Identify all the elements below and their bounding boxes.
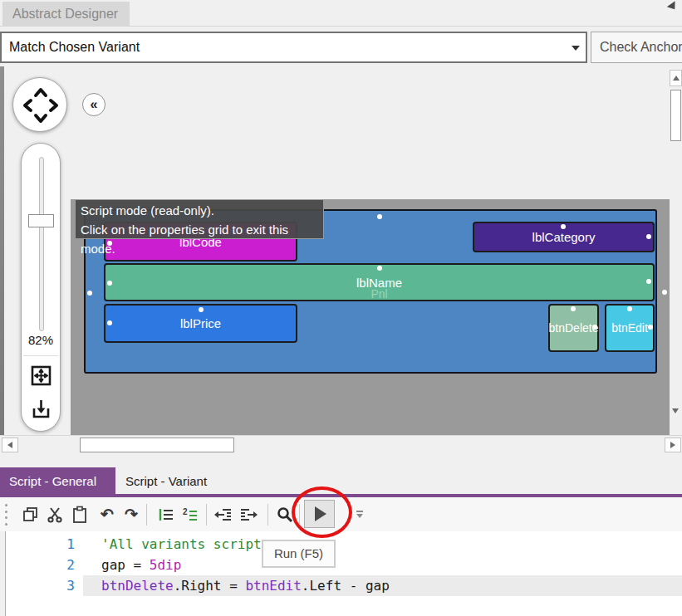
script-toolbar: ↶ ↷ 2 — [0, 497, 682, 531]
check-anchors-button[interactable]: Check Anchors — [591, 32, 682, 63]
selection-handle[interactable] — [592, 325, 597, 330]
paste-button[interactable] — [70, 505, 90, 525]
import-icon — [30, 398, 52, 420]
selection-handle[interactable] — [662, 290, 667, 295]
uncomment-icon: 2 — [181, 506, 199, 524]
outdent-icon — [213, 506, 233, 524]
script-mode-tooltip: Script mode (read-only). Click on the pr… — [75, 199, 324, 239]
variant-combobox-value: Match Chosen Variant — [9, 40, 140, 54]
view-label: btnEdit — [611, 321, 648, 335]
import-layout-button[interactable] — [30, 398, 52, 420]
code-line[interactable]: 2gap = 5dip — [0, 555, 682, 575]
cut-icon — [46, 506, 64, 524]
code-line[interactable]: 3btnDelete.Right = btnEdit.Left - gap — [0, 575, 682, 596]
copy-icon — [22, 506, 40, 524]
copy-button[interactable] — [21, 505, 41, 525]
tab-script-general[interactable]: Script - General — [0, 467, 115, 495]
view-label: lblCategory — [532, 230, 596, 244]
zoom-slider-track[interactable] — [39, 157, 44, 331]
variant-combobox[interactable]: Match Chosen Variant — [0, 32, 587, 63]
divider — [206, 504, 207, 526]
top-tab-strip: Abstract Designer — [0, 0, 682, 27]
scroll-left-button[interactable] — [2, 438, 18, 452]
tab-abstract-designer[interactable]: Abstract Designer — [2, 2, 130, 27]
left-splitter[interactable] — [0, 66, 4, 435]
pan-arrows-icon — [13, 78, 68, 133]
designer-area: « 82% — [0, 66, 682, 435]
zoom-slider-thumb[interactable] — [28, 214, 54, 227]
script-editor[interactable]: 1'All variants script2gap = 5dip3btnDele… — [0, 531, 682, 616]
tab-script-variant[interactable]: Script - Variant — [115, 467, 240, 495]
scroll-down-button[interactable] — [672, 413, 679, 428]
svg-text:2: 2 — [183, 507, 188, 516]
scroll-up-button[interactable] — [670, 70, 682, 86]
horizontal-scrollbar[interactable] — [0, 435, 682, 453]
code-text: gap = 5dip — [83, 555, 682, 575]
overflow-bar-icon — [356, 511, 363, 512]
uncomment-button[interactable]: 2 — [180, 505, 200, 525]
toolbar-overflow-button[interactable] — [356, 511, 364, 518]
play-icon — [315, 506, 326, 521]
redo-button[interactable]: ↷ — [121, 505, 141, 525]
divider — [146, 504, 147, 526]
selection-handle[interactable] — [107, 281, 112, 286]
triangle-left-icon — [7, 442, 12, 448]
selection-handle[interactable] — [377, 214, 382, 219]
selection-handle[interactable] — [646, 279, 651, 284]
line-number: 3 — [0, 575, 83, 596]
vertical-scrollbar-thumb[interactable] — [670, 90, 681, 141]
indent-icon — [239, 506, 259, 524]
toolbar-grip[interactable] — [5, 504, 8, 526]
fit-icon — [30, 364, 52, 387]
divider — [267, 504, 268, 526]
code-text: btnDelete.Right = btnEdit.Left - gap — [83, 575, 682, 596]
divider — [23, 355, 58, 356]
pan-control[interactable] — [12, 77, 67, 132]
indent-button[interactable] — [239, 505, 259, 525]
cut-button[interactable] — [45, 505, 65, 525]
scroll-right-button[interactable] — [665, 438, 681, 452]
view-label: lblPrice — [180, 316, 221, 330]
chevron-down-icon[interactable] — [572, 46, 580, 51]
selection-handle[interactable] — [627, 306, 632, 311]
zoom-slider-panel: 82% — [21, 143, 61, 432]
zoom-percent-label: 82% — [22, 333, 60, 347]
run-tooltip: Run (F5) — [262, 540, 336, 568]
view-label: btnDelete — [549, 321, 599, 335]
tooltip-line2: Click on the properties grid to exit thi… — [81, 220, 318, 258]
selection-handle[interactable] — [561, 224, 566, 229]
tooltip-line1: Script mode (read-only). — [81, 201, 318, 220]
selection-handle[interactable] — [648, 325, 653, 330]
line-number: 1 — [0, 534, 83, 555]
selection-handle[interactable] — [377, 266, 382, 271]
outdent-button[interactable] — [213, 505, 233, 525]
script-tab-bar: Script - General Script - Variant — [0, 465, 682, 497]
line-number: 2 — [0, 555, 83, 575]
triangle-up-icon — [673, 76, 680, 81]
horizontal-scrollbar-thumb[interactable] — [80, 438, 234, 452]
overflow-chevron-icon — [356, 514, 363, 518]
divider — [299, 504, 300, 526]
code-text: 'All variants script — [83, 534, 682, 555]
selection-handle[interactable] — [571, 306, 576, 311]
selection-handle[interactable] — [199, 307, 204, 312]
undo-button[interactable]: ↶ — [97, 505, 117, 525]
fit-to-screen-button[interactable] — [30, 364, 52, 387]
code-line[interactable]: 1'All variants script — [0, 534, 682, 555]
selection-handle[interactable] — [107, 320, 112, 325]
parent-panel-label: Pnl — [370, 287, 387, 301]
comment-icon — [157, 506, 175, 524]
selection-handle[interactable] — [87, 291, 92, 296]
paste-icon — [71, 506, 89, 524]
vertical-scrollbar[interactable] — [670, 66, 682, 435]
triangle-down-icon — [672, 408, 679, 428]
search-icon — [276, 506, 294, 524]
layout-canvas[interactable]: lblCode lblCategory lblName Pnl lblPrice… — [71, 199, 670, 435]
corner-pin-icon[interactable] — [667, 1, 679, 12]
collapse-button[interactable]: « — [82, 93, 105, 116]
comment-button[interactable] — [156, 505, 176, 525]
triangle-right-icon — [670, 442, 675, 448]
selection-handle[interactable] — [646, 234, 651, 239]
search-button[interactable] — [275, 505, 295, 525]
run-button[interactable] — [304, 500, 335, 528]
